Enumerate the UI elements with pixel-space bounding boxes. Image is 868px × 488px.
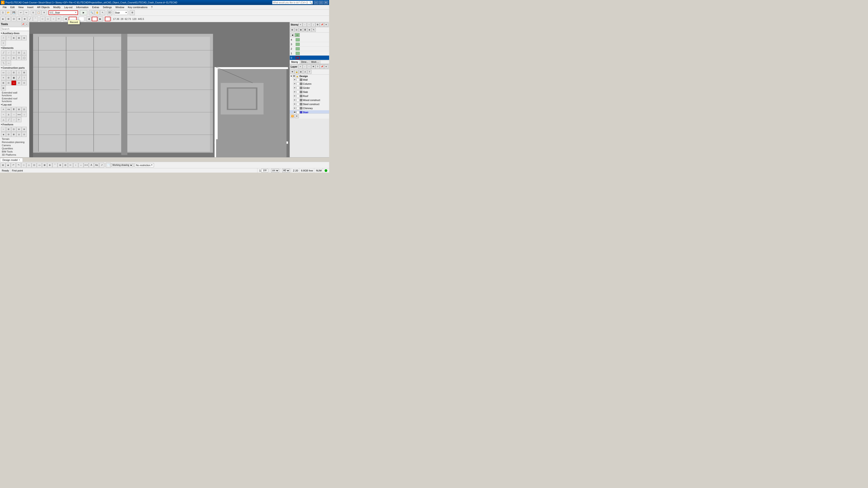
snap1-btn[interactable]: ◈ [0, 17, 5, 22]
extended-roof-functions[interactable]: Extended roof functions [0, 97, 29, 103]
ff6[interactable]: ◈ [1, 132, 6, 137]
status-unit[interactable]: cm [270, 168, 280, 173]
storey-del-btn[interactable]: - [303, 23, 307, 27]
cp4[interactable]: | [17, 70, 22, 75]
draw4-btn[interactable]: ◇ [45, 17, 51, 22]
steps-input-1[interactable]: 13 [92, 17, 97, 21]
stair-dropdown-arrow[interactable]: ▼ [125, 11, 127, 13]
storey-add-btn[interactable]: + [298, 23, 303, 27]
bot-btn17[interactable]: ⟷ [84, 163, 89, 168]
layer-item-girder[interactable]: 👁 Girder [290, 86, 329, 90]
lo11[interactable]: △ [1, 117, 6, 122]
el4[interactable]: ⊡ [17, 50, 22, 55]
draw2-btn[interactable]: ⌒ [33, 17, 38, 22]
layer-item-steel-construct[interactable]: 👁 Steel construct [290, 102, 329, 106]
tab-storey[interactable]: Storey [290, 60, 300, 64]
lo6[interactable]: ~ [1, 112, 6, 117]
zoom-button[interactable]: 🔍 [89, 10, 94, 15]
layer-prop-btn[interactable]: ? [315, 65, 320, 69]
girder-lock-icon[interactable] [297, 87, 299, 89]
undo-button[interactable]: ↩ [18, 10, 23, 15]
el7[interactable]: ○ [6, 55, 11, 60]
st-btn1[interactable]: ⊞ [290, 28, 294, 32]
lo4[interactable]: ⊞ [17, 107, 22, 112]
storey-prev-btn[interactable]: ◀ [290, 33, 294, 37]
redo-button[interactable]: ↪ [24, 10, 29, 15]
maximize-button[interactable]: □ [319, 1, 323, 4]
menu-information[interactable]: Information [74, 5, 90, 9]
layer-item-wood-construct[interactable]: 👁 Wood construct [290, 98, 329, 102]
snap5-btn[interactable]: ⊗ [22, 17, 27, 22]
layer-up-btn[interactable]: ↑ [307, 65, 311, 69]
draw1-btn[interactable]: ╱ [28, 17, 33, 22]
lo13[interactable]: ⌿ [11, 117, 16, 122]
status-paper[interactable]: A0 [281, 168, 291, 173]
lo1[interactable]: A [1, 107, 6, 112]
st-btn2[interactable]: ⊡ [294, 28, 299, 32]
model-tab-close-btn[interactable]: ✕ [19, 159, 20, 161]
roof-vis-icon[interactable]: 👁 [293, 95, 296, 97]
aux-line4[interactable]: ⊠ [17, 35, 22, 40]
camera[interactable]: Camera [0, 144, 29, 147]
girder-vis-icon[interactable]: 👁 [293, 87, 296, 89]
storey-floor-btn[interactable]: ▭ [295, 33, 300, 37]
search-input[interactable] [1, 27, 29, 31]
aux-line5[interactable]: ⊕ [22, 35, 27, 40]
ly-btn3[interactable]: ⊞ [299, 70, 303, 74]
cp7[interactable]: ⊟ [6, 75, 11, 80]
save-button[interactable]: 💾 [11, 10, 16, 15]
ff2[interactable]: ⊞ [6, 127, 11, 132]
aux-line6[interactable]: + [1, 41, 6, 46]
ly-btn1[interactable]: 👁 [290, 70, 294, 74]
arrow-left1-btn[interactable]: ◀ [86, 17, 91, 22]
section-construction-parts[interactable]: Construction parts [0, 66, 29, 70]
storey-row-0[interactable]: 0 [290, 56, 329, 60]
ly-btn5[interactable]: ? [307, 70, 311, 74]
cc-stair-dropdown-arrow[interactable]: ▼ [74, 11, 77, 13]
bot-btn7[interactable]: ⊡ [32, 163, 37, 168]
cp8[interactable]: ▦ [11, 75, 16, 80]
wood-lock-icon[interactable] [297, 99, 299, 101]
bot-btn16[interactable]: ↔ [79, 163, 84, 168]
bot-btn20[interactable]: ↗ [99, 163, 104, 168]
copy-button[interactable]: ⎘ [31, 10, 36, 15]
snap4-btn[interactable]: ⊕ [17, 17, 22, 22]
bot-btn13[interactable]: ⊟ [63, 163, 68, 168]
st-btn5[interactable]: ⊕ [307, 28, 311, 32]
bot-btn12[interactable]: ⊗ [58, 163, 63, 168]
chimney-lock-icon[interactable] [297, 107, 299, 109]
steps-input-2[interactable]: 9 [105, 17, 111, 21]
cp3[interactable]: ⊟ [11, 70, 16, 75]
pan-button[interactable]: ✋ [95, 10, 100, 15]
select-button[interactable]: ↖ [100, 10, 105, 15]
layer-filter-btn[interactable]: 🔽 [290, 114, 294, 118]
cp16[interactable]: ⊠ [1, 86, 6, 91]
terrain[interactable]: Terrain [0, 137, 29, 140]
dim-left-btn[interactable]: ◀ [63, 17, 68, 22]
bot-btn5[interactable]: □ [21, 163, 26, 168]
title-search-input[interactable] [272, 1, 309, 4]
ly-btn4[interactable]: A [303, 70, 307, 74]
menu-extras[interactable]: Extras [90, 5, 101, 9]
cp11[interactable]: ⊞ [1, 80, 6, 86]
bot-btn11[interactable]: ⌒ [53, 163, 57, 168]
draw5-btn[interactable]: ○ [51, 17, 56, 22]
platforms-3d[interactable]: 3D Platforms [0, 153, 29, 156]
storey-row-3[interactable]: 3 [290, 42, 329, 46]
menu-edit[interactable]: Edit [8, 5, 17, 9]
paste-button[interactable]: 📋 [36, 10, 41, 15]
cp13[interactable]: ▭ [11, 80, 16, 86]
menu-help[interactable]: ? [149, 5, 154, 9]
settings-button[interactable]: ⚙ [130, 10, 135, 15]
draw6-btn[interactable]: ✂ [56, 17, 61, 22]
canvas-area[interactable] [29, 22, 289, 157]
lo7[interactable]: Δ [6, 112, 11, 117]
menu-key-combinations[interactable]: Key combinations [126, 5, 149, 9]
layer-item-column[interactable]: 👁 Column [290, 82, 329, 86]
tab-dime[interactable]: Dime... [300, 60, 310, 64]
layer-item-roof[interactable]: 👁 Roof [290, 94, 329, 98]
ff7[interactable]: ⊟ [6, 132, 11, 137]
record-button[interactable]: ▶ [80, 10, 87, 15]
menu-modify[interactable]: Modify [52, 5, 62, 9]
layer-add-btn[interactable]: + [298, 65, 303, 69]
